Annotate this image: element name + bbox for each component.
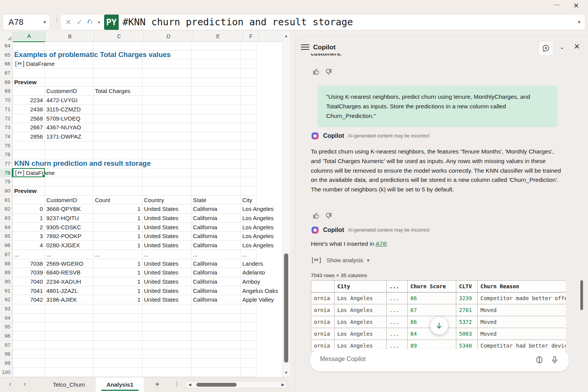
cell-F72[interactable]	[241, 114, 256, 123]
cell-F76[interactable]	[241, 150, 256, 159]
cell-C74[interactable]	[93, 132, 142, 141]
cell-B87[interactable]: ...	[45, 250, 93, 259]
cell-F87[interactable]: ...	[241, 250, 256, 259]
row-header-84[interactable]: 84	[0, 223, 13, 232]
cell-A97[interactable]	[13, 341, 45, 350]
cell-D94[interactable]	[142, 314, 191, 323]
cell-C87[interactable]: ...	[93, 250, 142, 259]
cell-B66[interactable]	[45, 59, 93, 69]
cell-D73[interactable]	[142, 123, 191, 132]
cell-F85[interactable]: Los Angeles	[241, 232, 256, 241]
cell-D98[interactable]	[142, 350, 191, 359]
cell-E66[interactable]	[191, 59, 241, 69]
cell-F90[interactable]: Amboy	[241, 277, 256, 286]
cell-B75[interactable]	[45, 141, 93, 150]
scroll-down-icon[interactable]: ▼	[283, 371, 290, 375]
cell-D88[interactable]: United States	[142, 259, 191, 268]
cell-D96[interactable]	[142, 332, 191, 341]
cell-C95[interactable]	[93, 322, 142, 332]
show-analysis-toggle[interactable]: Show analysis	[327, 257, 363, 263]
cell-C91[interactable]: 1	[93, 286, 142, 296]
cell-B70[interactable]: 4472-LVYGI	[45, 96, 93, 105]
cell-D72[interactable]	[142, 114, 191, 123]
cell-F83[interactable]: Los Angeles	[241, 214, 256, 223]
cell-C75[interactable]	[93, 141, 142, 150]
column-header-F[interactable]: F	[243, 31, 259, 41]
cell-B95[interactable]	[45, 322, 93, 332]
row-header-76[interactable]: 76	[0, 150, 13, 159]
row-header-95[interactable]: 95	[0, 322, 13, 332]
row-header-92[interactable]: 92	[0, 295, 13, 304]
row-header-82[interactable]: 82	[0, 204, 13, 214]
cell-C98[interactable]	[93, 350, 142, 359]
brain-icon[interactable]	[535, 356, 544, 364]
cell-F89[interactable]: Adelanto	[241, 268, 256, 277]
cell-B93[interactable]	[45, 304, 93, 314]
cell-E78[interactable]	[191, 168, 241, 178]
cell-A88[interactable]: 7038	[13, 259, 45, 268]
cell-B82[interactable]: 3668-QPYBK	[45, 204, 93, 214]
row-header-80[interactable]: 80	[0, 186, 13, 196]
cell-A67[interactable]	[13, 69, 45, 78]
cell-D82[interactable]: United States	[142, 204, 191, 214]
cell-E77[interactable]	[191, 159, 241, 168]
cell-F97[interactable]	[241, 341, 256, 350]
cell-F79[interactable]	[241, 177, 256, 186]
python-refresh-icon[interactable]: [ ]	[87, 18, 95, 26]
cell-F100[interactable]	[241, 368, 256, 377]
cell-C97[interactable]	[93, 341, 142, 350]
cell-F68[interactable]	[241, 78, 256, 87]
cell-E73[interactable]	[191, 123, 241, 132]
cell-F67[interactable]	[241, 69, 256, 78]
cell-A72[interactable]: 2568	[13, 114, 45, 123]
cell-D78[interactable]	[142, 168, 191, 178]
cell-E80[interactable]	[191, 186, 241, 196]
cell-A99[interactable]	[13, 359, 45, 368]
cell-E79[interactable]	[191, 177, 241, 186]
column-header-B[interactable]: B	[46, 31, 95, 41]
cell-reference-link[interactable]: A78	[376, 240, 386, 247]
cell-A74[interactable]: 2856	[13, 132, 45, 141]
cell-F70[interactable]	[241, 96, 256, 105]
row-header-91[interactable]: 91	[0, 286, 13, 296]
cell-D69[interactable]	[142, 87, 191, 96]
cell-A66[interactable]: [PY]DataFrame	[13, 59, 45, 69]
row-header-78[interactable]: 78	[0, 168, 13, 178]
cell-B73[interactable]: 4367-NUYAO	[45, 123, 93, 132]
cell-A71[interactable]: 2438	[13, 105, 45, 114]
row-header-74[interactable]: 74	[0, 132, 13, 141]
cell-D68[interactable]	[142, 78, 191, 87]
cell-D76[interactable]	[142, 150, 191, 159]
cell-D93[interactable]	[142, 304, 191, 314]
name-box-chevron-icon[interactable]: ▾	[43, 19, 46, 25]
cell-F92[interactable]: Apple Valley	[241, 295, 256, 304]
cell-B74[interactable]: 1371-DWPAZ	[45, 132, 93, 141]
row-header-66[interactable]: 66	[0, 59, 13, 69]
cell-A75[interactable]	[13, 141, 45, 150]
cell-A81[interactable]	[13, 196, 45, 205]
cell-B69[interactable]: CustomerID	[45, 87, 93, 96]
cell-D86[interactable]: United States	[142, 241, 191, 250]
cell-E68[interactable]	[191, 78, 241, 87]
cell-F96[interactable]	[241, 332, 256, 341]
cell-F98[interactable]	[241, 350, 256, 359]
cell-F74[interactable]	[241, 132, 256, 141]
hscroll-left-icon[interactable]: ◀	[188, 382, 191, 387]
cell-A96[interactable]	[13, 332, 45, 341]
cell-E92[interactable]: California	[191, 295, 241, 304]
cell-C80[interactable]	[93, 186, 142, 196]
cell-D79[interactable]	[142, 177, 191, 186]
cell-A68[interactable]: Preview	[13, 78, 45, 87]
cell-C76[interactable]	[93, 150, 142, 159]
row-header-85[interactable]: 85	[0, 232, 13, 241]
row-header-90[interactable]: 90	[0, 277, 13, 286]
cell-C73[interactable]	[93, 123, 142, 132]
show-analysis-chevron-icon[interactable]: ▾	[367, 258, 369, 263]
cell-A85[interactable]: 3	[13, 232, 45, 241]
cell-D75[interactable]	[142, 141, 191, 150]
grid-horizontal-scrollbar[interactable]: ◀ ▶	[186, 381, 287, 388]
sheet-next-icon[interactable]: ›	[24, 381, 26, 387]
cell-E65[interactable]	[191, 51, 241, 60]
cell-C64[interactable]	[93, 41, 142, 51]
add-sheet-button[interactable]: +	[155, 380, 160, 389]
